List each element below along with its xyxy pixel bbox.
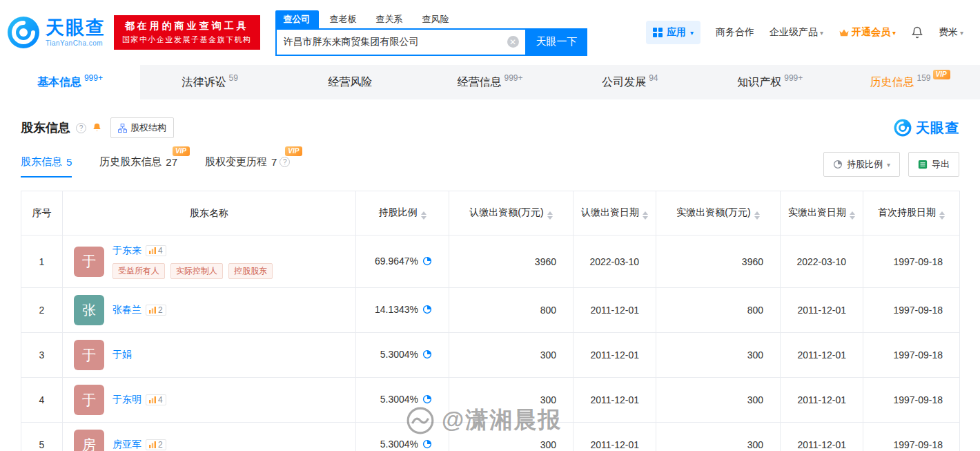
relation-count-badge[interactable]: 2: [146, 305, 166, 316]
chevron-down-icon: ▾: [820, 29, 823, 37]
banner-line1: 都在用的商业查询工具: [122, 20, 252, 32]
paid-date-cell: 2011-12-01: [781, 333, 863, 378]
row-index: 5: [21, 423, 63, 451]
help-icon[interactable]: ?: [280, 157, 290, 167]
sort-icon: [421, 211, 427, 220]
relation-count-badge[interactable]: 4: [146, 245, 166, 256]
relation-count-badge[interactable]: 2: [146, 439, 166, 450]
tianyancha-logo[interactable]: 天眼查 TianYanCha.com: [7, 16, 106, 49]
subtab-count: 27: [166, 156, 177, 168]
sort-icon: [939, 211, 945, 220]
logo-text: 天眼查 TianYanCha.com: [46, 19, 106, 47]
apps-menu[interactable]: 应用 ▾: [646, 21, 700, 44]
subtab-count: 5: [66, 156, 72, 168]
row-index: 1: [21, 236, 63, 288]
pie-chart-icon[interactable]: [422, 305, 432, 316]
subtab-label: 股东信息: [21, 155, 62, 169]
banner-line2: 国家中小企业发展子基金旗下机构: [122, 35, 252, 45]
holding-ratio-cell: 5.3004%: [356, 423, 449, 451]
avatar: 于: [74, 247, 104, 277]
pie-chart-icon[interactable]: [422, 394, 432, 406]
subtab-3[interactable]: 股权变更历程7VIP?: [205, 155, 290, 177]
pie-filter-icon: [833, 160, 843, 169]
shareholder-name-link[interactable]: 张春兰: [112, 304, 141, 316]
first-holding-date-cell: 1997-09-18: [863, 423, 960, 451]
search-button[interactable]: 天眼一下: [527, 28, 587, 56]
pie-chart-icon[interactable]: [422, 349, 432, 361]
excel-icon: [918, 160, 928, 169]
pie-chart-icon[interactable]: [422, 256, 432, 268]
tab-7[interactable]: 历史信息159VIP: [840, 65, 980, 99]
equity-structure-button[interactable]: 股权结构: [110, 117, 174, 138]
avatar: 张: [74, 295, 104, 325]
search-row: ✕ 天眼一下: [275, 28, 587, 56]
search-tab[interactable]: 查公司: [275, 10, 319, 28]
column-header-8[interactable]: 首次持股日期: [863, 191, 960, 236]
shareholder-name-link[interactable]: 房亚军: [112, 439, 141, 451]
subscribe-bell-icon[interactable]: [92, 122, 102, 133]
user-menu[interactable]: 费米 ▾: [939, 26, 963, 39]
pie-chart-icon[interactable]: [422, 439, 432, 451]
column-label: 认缴出资额(万元): [469, 207, 543, 218]
tab-count: 59: [229, 73, 238, 83]
search-input[interactable]: [277, 37, 507, 48]
shareholder-name-link[interactable]: 于娟: [112, 349, 132, 361]
badge-count: 4: [158, 247, 163, 255]
holding-ratio-filter-button[interactable]: 持股比例 ▾: [823, 152, 900, 177]
search-tab[interactable]: 查风险: [414, 10, 458, 28]
column-header-6[interactable]: 实缴出资额(万元): [656, 191, 781, 236]
tab-3[interactable]: 经营风险: [280, 65, 420, 99]
tab-label: 基本信息: [37, 75, 81, 90]
shareholder-tag[interactable]: 控股股东: [228, 263, 273, 279]
column-header-5[interactable]: 认缴出资日期: [574, 191, 656, 236]
shareholder-tag[interactable]: 实际控制人: [170, 263, 223, 279]
nav-enterprise-products[interactable]: 企业级产品 ▾: [770, 26, 823, 39]
first-holding-date-cell: 1997-09-18: [863, 236, 960, 288]
column-header-3[interactable]: 持股比例: [356, 191, 449, 236]
tab-4[interactable]: 经营信息999+: [420, 65, 560, 99]
tab-6[interactable]: 知识产权999+: [700, 65, 840, 99]
nav-open-vip[interactable]: 开通会员 ▾: [839, 26, 896, 39]
subscribed-date-cell: 2011-12-01: [574, 288, 656, 333]
subscribed-date-cell: 2022-03-10: [574, 236, 656, 288]
shareholder-name-cell: 于于东来4受益所有人实际控制人控股股东: [63, 236, 356, 288]
first-holding-date-cell: 1997-09-18: [863, 333, 960, 378]
column-label: 认缴出资日期: [581, 207, 639, 218]
tab-label: 法律诉讼: [182, 75, 226, 90]
tab-5[interactable]: 公司发展94: [560, 65, 700, 99]
shareholder-tag[interactable]: 受益所有人: [112, 263, 165, 279]
table-toolbar: 持股比例 ▾ 导出: [823, 152, 959, 177]
subtab-2[interactable]: 历史股东信息27VIP: [99, 155, 177, 177]
shareholder-name-link[interactable]: 于东来: [112, 244, 141, 257]
export-button[interactable]: 导出: [908, 152, 959, 177]
paid-date-cell: 2011-12-01: [781, 423, 863, 451]
logo-title: 天眼查: [46, 19, 106, 37]
company-section-tabs: 基本信息999+法律诉讼59经营风险经营信息999+公司发展94知识产权999+…: [0, 65, 980, 99]
shareholder-name-link[interactable]: 于东明: [112, 394, 141, 406]
row-index: 2: [21, 288, 63, 333]
sort-icon: [850, 211, 855, 220]
holding-ratio-value: 14.1343%: [375, 304, 418, 315]
search-tab[interactable]: 查关系: [368, 10, 411, 28]
equity-structure-label: 股权结构: [130, 122, 166, 134]
column-header-2: 股东名称: [63, 191, 356, 236]
column-header-4[interactable]: 认缴出资额(万元): [449, 191, 574, 236]
nav-business-cooperation[interactable]: 商务合作: [716, 26, 754, 39]
relation-count-badge[interactable]: 4: [146, 394, 166, 405]
search-tab[interactable]: 查老板: [322, 10, 365, 28]
logo-eye-icon: [7, 16, 40, 49]
notification-bell-icon[interactable]: [911, 26, 923, 39]
badge-count: 4: [158, 396, 163, 404]
vip-badge: VIP: [933, 70, 950, 79]
help-icon[interactable]: ?: [76, 123, 86, 133]
tab-label: 经营信息: [457, 75, 501, 90]
business-cooperation-label: 商务合作: [716, 26, 754, 39]
tab-2[interactable]: 法律诉讼59: [140, 65, 280, 99]
subscribed-date-cell: 2011-12-01: [574, 333, 656, 378]
sort-icon: [754, 211, 760, 220]
clear-icon[interactable]: ✕: [507, 36, 519, 48]
tab-1[interactable]: 基本信息999+: [0, 65, 140, 99]
export-label: 导出: [932, 158, 950, 171]
column-header-7[interactable]: 实缴出资日期: [781, 191, 863, 236]
subtab-1[interactable]: 股东信息5: [21, 155, 72, 177]
